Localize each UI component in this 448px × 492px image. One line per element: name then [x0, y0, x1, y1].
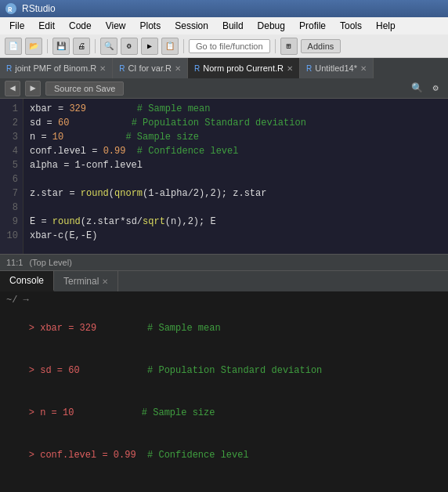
menu-plots[interactable]: Plots: [134, 19, 168, 33]
toolbar-separator-1: [47, 39, 48, 53]
code-line-9: E = round(z.star*sd/sqrt(n),2); E: [30, 215, 442, 229]
tab-close-ci-var[interactable]: ✕: [175, 64, 181, 73]
menu-profile[interactable]: Profile: [293, 19, 332, 33]
code-line-7: z.star = round(qnorm(1-alpha/2),2); z.st…: [30, 186, 442, 201]
settings-button[interactable]: ⚙: [121, 38, 138, 55]
tab-close-joint-pmf[interactable]: ✕: [99, 64, 106, 73]
editor-tools: 🔍 ⚙: [409, 81, 443, 96]
tab-terminal[interactable]: Terminal ✕: [54, 271, 118, 291]
menu-bar: File Edit Code View Plots Session Build …: [0, 17, 448, 34]
toolbar-separator-3: [183, 39, 184, 53]
code-line-3: n = 10 # Sample size: [30, 130, 442, 144]
menu-tools[interactable]: Tools: [334, 19, 368, 33]
print-button[interactable]: 🖨: [73, 38, 90, 55]
code-line-2: sd = 60 # Population Standard deviation: [30, 116, 442, 130]
title-bar: R RStudio: [0, 0, 448, 17]
tab-norm-prob[interactable]: R Norm prob Current.R ✕: [188, 58, 300, 78]
menu-session[interactable]: Session: [168, 19, 215, 33]
code-line-1: xbar = 329 # Sample mean: [30, 102, 442, 116]
format-tool-button[interactable]: ⚙: [428, 81, 443, 96]
code-line-10: xbar-c(E,-E): [30, 229, 442, 243]
tab-icon-ci-var: R: [119, 64, 125, 73]
console-line-4: > conf.level = 0.99 # Confidence level: [6, 434, 442, 476]
grid-button[interactable]: ⊞: [280, 38, 298, 55]
tab-close-norm-prob[interactable]: ✕: [287, 64, 293, 73]
open-file-button[interactable]: 📂: [25, 38, 42, 55]
code-line-6: [30, 172, 442, 186]
tab-close-untitled14[interactable]: ✕: [360, 64, 367, 73]
code-content[interactable]: xbar = 329 # Sample mean sd = 60 # Popul…: [23, 99, 448, 254]
rstudio-icon: R: [5, 2, 17, 15]
source-on-save-button[interactable]: Source on Save: [45, 81, 124, 96]
toolbar: 📄 📂 💾 🖨 🔍 ⚙ ▶ 📋 Go to file/function ⊞ Ad…: [0, 34, 448, 58]
cursor-position: 11:1: [6, 258, 23, 267]
code-line-5: alpha = 1-conf.level: [30, 158, 442, 172]
nav-back-button[interactable]: ◀: [5, 81, 20, 96]
save-button[interactable]: 💾: [52, 38, 70, 55]
console-tabs: Console Terminal ✕: [0, 271, 448, 291]
line-numbers: 1 2 3 4 5 6 7 8 9 10: [0, 99, 23, 254]
console-arrow-icon: →: [23, 295, 29, 306]
menu-edit[interactable]: Edit: [32, 19, 61, 33]
console-line-3: > n = 10 # Sample size: [6, 392, 442, 434]
window-title: RStudio: [22, 3, 56, 14]
console-path: ~/ →: [6, 295, 442, 306]
status-bar: 11:1 (Top Level): [0, 254, 448, 271]
menu-debug[interactable]: Debug: [251, 19, 291, 33]
menu-file[interactable]: File: [3, 19, 31, 33]
console[interactable]: ~/ → > xbar = 329 # Sample mean > sd = 6…: [0, 291, 448, 492]
console-line-2: > sd = 60 # Population Standard deviatio…: [6, 349, 442, 392]
menu-build[interactable]: Build: [216, 19, 250, 33]
addins-button[interactable]: Addins: [301, 39, 341, 53]
toolbar-separator-2: [95, 39, 96, 53]
menu-view[interactable]: View: [99, 19, 132, 33]
tab-icon-norm-prob: R: [194, 64, 200, 73]
menu-help[interactable]: Help: [370, 19, 402, 33]
terminal-tab-close[interactable]: ✕: [102, 277, 108, 286]
run-button[interactable]: ▶: [141, 38, 158, 55]
tab-joint-pmf[interactable]: R joint PMF of Binom.R ✕: [0, 58, 113, 78]
toolbar-separator-4: [275, 39, 276, 53]
console-line-5: > alpha = 1-conf.level: [6, 476, 442, 492]
tab-untitled14[interactable]: R Untitled14* ✕: [300, 58, 374, 78]
new-file-button[interactable]: 📄: [5, 38, 22, 55]
goto-file-input[interactable]: Go to file/function: [189, 39, 270, 53]
menu-code[interactable]: Code: [63, 19, 98, 33]
code-level: (Top Level): [29, 258, 71, 267]
find-button[interactable]: 🔍: [100, 38, 117, 55]
code-line-8: [30, 201, 442, 215]
tab-ci-var[interactable]: R CI for var.R ✕: [113, 58, 188, 78]
console-line-1: > xbar = 329 # Sample mean: [6, 307, 442, 349]
nav-forward-button[interactable]: ▶: [25, 81, 41, 96]
tab-icon-untitled14: R: [306, 64, 312, 73]
tab-icon-joint-pmf: R: [6, 64, 12, 73]
compile-button[interactable]: 📋: [161, 38, 179, 55]
search-tool-button[interactable]: 🔍: [409, 81, 425, 96]
editor-subbar: ◀ ▶ Source on Save 🔍 ⚙: [0, 78, 448, 99]
svg-text:R: R: [8, 6, 13, 14]
code-line-4: conf.level = 0.99 # Confidence level: [30, 144, 442, 158]
tab-console[interactable]: Console: [0, 271, 54, 291]
editor-tabs: R joint PMF of Binom.R ✕ R CI for var.R …: [0, 58, 448, 78]
code-editor: 1 2 3 4 5 6 7 8 9 10 xbar = 329 # Sample…: [0, 99, 448, 254]
